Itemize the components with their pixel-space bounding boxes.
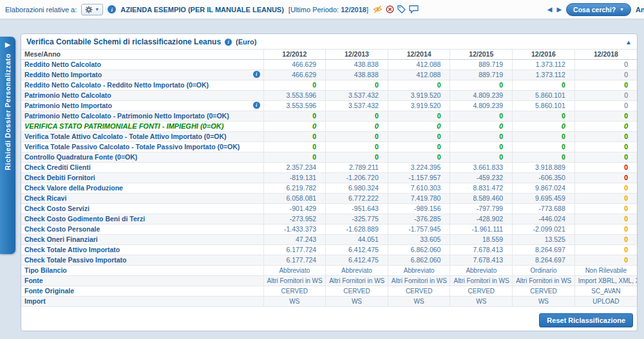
value-cell: Abbreviato bbox=[263, 266, 326, 276]
row-label-text: Verifica Totale Passivo Calcolato - Tota… bbox=[24, 143, 240, 151]
value-cell: 0 bbox=[326, 80, 388, 91]
company-name[interactable]: AZIENDA ESEMPIO (PER IL MANUALE LEANUS) bbox=[120, 6, 284, 14]
tag-icon[interactable] bbox=[397, 5, 406, 14]
row-label: Check Costo Servizi bbox=[21, 204, 263, 214]
row-label-text: Fonte Originale bbox=[24, 287, 74, 295]
value-cell: 7.678.413 bbox=[450, 245, 513, 255]
circle-x-icon[interactable] bbox=[386, 5, 394, 14]
row-label-text: Reddito Netto Importato bbox=[24, 71, 102, 78]
row-label: Reddito Netto Calcolato - Reddito Netto … bbox=[21, 80, 263, 91]
row-label: Patrimonio Netto Calcolato - Patrimonio … bbox=[21, 111, 263, 122]
table-row: FonteAltri Fornitori in WSAltri Fornitor… bbox=[21, 276, 637, 286]
value-cell: 6.862.060 bbox=[388, 255, 450, 266]
value-cell: 0 bbox=[513, 152, 575, 163]
value-cell: 0 bbox=[388, 142, 450, 152]
collapse-icon[interactable]: ▲ bbox=[625, 39, 632, 46]
info-icon[interactable]: i bbox=[108, 5, 116, 14]
value-cell: Altri Fornitori in WS bbox=[263, 276, 326, 286]
table-row: Check Ricavi6.058.0816.772.2227.419.7808… bbox=[21, 194, 637, 204]
info-icon[interactable]: i bbox=[253, 71, 260, 78]
value-cell: 0 bbox=[574, 235, 637, 245]
cosa-cerchi-button[interactable]: Cosa cerchi? ▼ bbox=[566, 3, 631, 16]
value-cell: -773.688 bbox=[513, 204, 575, 214]
row-label: Reddito Netto Calcolato bbox=[21, 60, 263, 70]
row-label-text: Patrimonio Netto Calcolato - Patrimonio … bbox=[24, 112, 229, 120]
value-cell: -428.902 bbox=[450, 214, 513, 224]
value-cell: WS bbox=[263, 297, 326, 307]
value-cell: 0 bbox=[574, 122, 637, 132]
value-cell: WS bbox=[513, 297, 575, 307]
table-row: Reddito Netto Calcolato - Reddito Netto … bbox=[21, 80, 637, 91]
panel-footer: Reset Riclassificazione bbox=[21, 311, 637, 331]
value-cell: 2.357.234 bbox=[263, 163, 326, 173]
value-cell: 5.860.101 bbox=[513, 101, 575, 111]
table-row: Check Crediti Clienti2.357.2342.789.2113… bbox=[21, 163, 637, 173]
row-label-text: Check Ricavi bbox=[24, 194, 66, 202]
value-cell: CERVED bbox=[263, 286, 326, 297]
value-cell: 3.919.520 bbox=[388, 91, 450, 101]
info-icon[interactable]: i bbox=[253, 102, 260, 109]
value-cell: -273.952 bbox=[263, 214, 326, 224]
eye-slash-icon[interactable] bbox=[373, 5, 383, 14]
value-cell: 0 bbox=[388, 111, 450, 122]
table-row: Fonte OriginaleCERVEDCERVEDCERVEDCERVEDC… bbox=[21, 286, 637, 297]
value-cell: 0 bbox=[574, 204, 637, 214]
next-arrow-icon[interactable]: ▶ bbox=[556, 6, 562, 13]
comment-icon[interactable] bbox=[409, 5, 419, 14]
settings-dropdown[interactable]: ▼ bbox=[81, 4, 103, 15]
value-cell: 438.838 bbox=[326, 70, 388, 80]
value-cell: 6.412.475 bbox=[326, 245, 388, 255]
value-cell: Import XBRL, XML, XLS bbox=[574, 276, 637, 286]
value-cell: 412.088 bbox=[388, 70, 450, 80]
topbar-right: ◀ ▶ Cosa cerchi? ▼ Ana bbox=[547, 3, 644, 16]
value-cell: Altri Fornitori in WS bbox=[513, 276, 575, 286]
value-cell: 3.537.432 bbox=[326, 101, 388, 111]
value-cell: Abbreviato bbox=[388, 266, 450, 276]
value-cell: 466.629 bbox=[263, 60, 326, 70]
period-prefix: [Ultimo Periodo: bbox=[289, 6, 339, 14]
value-cell: -325.775 bbox=[326, 214, 388, 224]
value-cell: 8.589.460 bbox=[450, 194, 513, 204]
value-cell: 3.918.889 bbox=[513, 163, 575, 173]
value-cell: Altri Fornitori in WS bbox=[388, 276, 450, 286]
reset-riclassificazione-button[interactable]: Reset Riclassificazione bbox=[539, 313, 633, 327]
prev-arrow-icon[interactable]: ◀ bbox=[547, 6, 553, 13]
gear-icon bbox=[85, 6, 93, 14]
clipped-right-text: Ana bbox=[636, 6, 644, 14]
column-header: 12/2018 bbox=[574, 50, 637, 60]
value-cell: CERVED bbox=[326, 286, 388, 297]
value-cell: 0 bbox=[574, 70, 637, 80]
table-row: Check Costo Godimento Beni di Terzi-273.… bbox=[21, 214, 637, 224]
table-row: Verifica Totale Passivo Calcolato - Tota… bbox=[21, 142, 637, 152]
value-cell: 0 bbox=[263, 111, 326, 122]
value-cell: 0 bbox=[388, 80, 450, 91]
elaborazioni-label: Elaborazioni relative a: bbox=[5, 6, 77, 14]
value-cell: 18.559 bbox=[450, 235, 513, 245]
verification-table: Mese/Anno12/201212/201312/201412/201512/… bbox=[21, 50, 637, 307]
ultimo-periodo: [Ultimo Periodo: 12/2018] bbox=[289, 6, 368, 14]
row-label-text: Check Crediti Clienti bbox=[24, 163, 91, 171]
sidebar-tab-richiedi-dossier[interactable]: ▶ Richiedi Dossier Personalizzato bbox=[0, 37, 15, 254]
value-cell: -606.350 bbox=[513, 173, 575, 183]
value-cell: 8.831.472 bbox=[450, 183, 513, 194]
table-row: Check Totale Attivo Importato6.177.7246.… bbox=[21, 245, 637, 255]
row-label: Tipo Bilancio bbox=[21, 266, 263, 276]
value-cell: 0 bbox=[450, 80, 513, 91]
value-cell: WS bbox=[450, 297, 513, 307]
table-row: Check Costo Personale-1.433.373-1.628.88… bbox=[21, 224, 637, 235]
value-cell: 3.553.596 bbox=[263, 91, 326, 101]
row-label: Check Totale Attivo Importato bbox=[21, 245, 263, 255]
value-cell: 0 bbox=[574, 224, 637, 235]
value-cell: UPLOAD bbox=[574, 297, 637, 307]
value-cell: 0 bbox=[574, 255, 637, 266]
value-cell: 0 bbox=[450, 132, 513, 142]
value-cell: 3.919.520 bbox=[388, 101, 450, 111]
value-cell: 0 bbox=[574, 80, 637, 91]
topbar: Elaborazioni relative a: ▼ i AZIENDA ESE… bbox=[0, 0, 644, 19]
value-cell: 3.224.395 bbox=[388, 163, 450, 173]
row-label-text: Check Costo Servizi bbox=[24, 205, 90, 212]
table-row: Check Totale Passivo Importato6.177.7246… bbox=[21, 255, 637, 266]
value-cell: 0 bbox=[513, 111, 575, 122]
column-header: 12/2012 bbox=[263, 50, 326, 60]
info-icon[interactable]: i bbox=[225, 39, 232, 46]
